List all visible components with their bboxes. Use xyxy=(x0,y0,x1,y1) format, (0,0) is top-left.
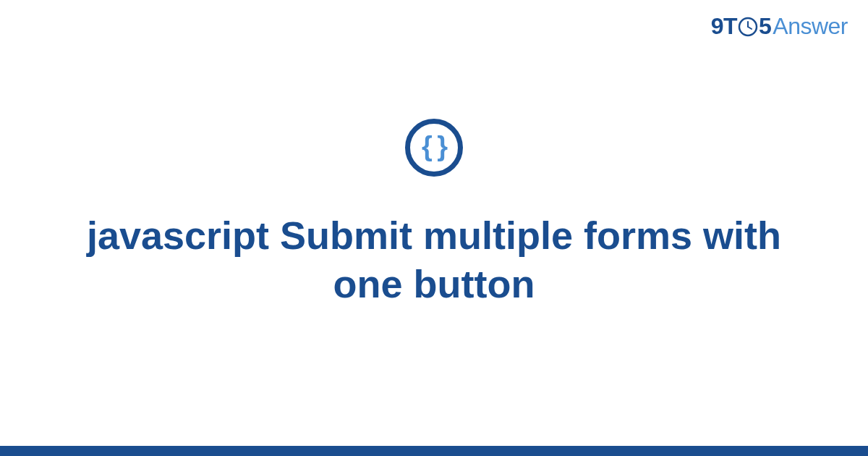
page-title: javascript Submit multiple forms with on… xyxy=(54,211,814,309)
braces-glyph: { } xyxy=(422,132,446,160)
braces-icon: { } xyxy=(405,119,463,177)
footer-bar xyxy=(0,446,868,456)
main-content: { } javascript Submit multiple forms wit… xyxy=(0,0,868,456)
